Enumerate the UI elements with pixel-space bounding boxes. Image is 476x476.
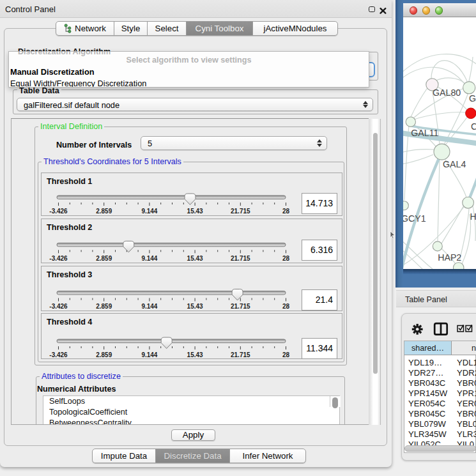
svg-text:21.715: 21.715 — [231, 208, 250, 215]
svg-text:-3.426: -3.426 — [49, 254, 68, 261]
svg-text:-3.426: -3.426 — [49, 208, 68, 215]
svg-text:GAL11: GAL11 — [411, 128, 438, 138]
svg-text:GA: GA — [469, 93, 476, 104]
svg-text:C: C — [471, 121, 476, 132]
svg-text:15.43: 15.43 — [187, 208, 203, 215]
svg-text:28: 28 — [282, 303, 290, 310]
svg-text:9.144: 9.144 — [141, 208, 157, 215]
svg-text:15.43: 15.43 — [187, 254, 203, 261]
svg-text:28: 28 — [282, 208, 290, 215]
svg-text:15.43: 15.43 — [187, 303, 203, 310]
svg-text:GAL80: GAL80 — [433, 88, 461, 98]
svg-text:21.715: 21.715 — [231, 303, 250, 310]
svg-text:-3.426: -3.426 — [49, 303, 68, 310]
svg-text:2.859: 2.859 — [96, 208, 112, 215]
svg-text:HAP2: HAP2 — [438, 252, 461, 263]
svg-text:2.859: 2.859 — [96, 351, 112, 358]
svg-text:21.715: 21.715 — [231, 351, 250, 358]
svg-text:H: H — [470, 211, 476, 222]
svg-text:9.144: 9.144 — [141, 303, 157, 310]
svg-text:-3.426: -3.426 — [49, 351, 68, 358]
svg-text:GCY1: GCY1 — [403, 213, 426, 224]
svg-text:9.144: 9.144 — [141, 254, 157, 261]
svg-text:21.715: 21.715 — [231, 254, 250, 261]
svg-text:2.859: 2.859 — [96, 254, 112, 261]
svg-text:GAL4: GAL4 — [443, 159, 466, 169]
svg-text:2.859: 2.859 — [96, 303, 112, 310]
svg-text:9.144: 9.144 — [141, 351, 157, 358]
svg-text:15.43: 15.43 — [187, 351, 203, 358]
svg-text:28: 28 — [282, 254, 290, 261]
svg-text:28: 28 — [282, 351, 290, 358]
